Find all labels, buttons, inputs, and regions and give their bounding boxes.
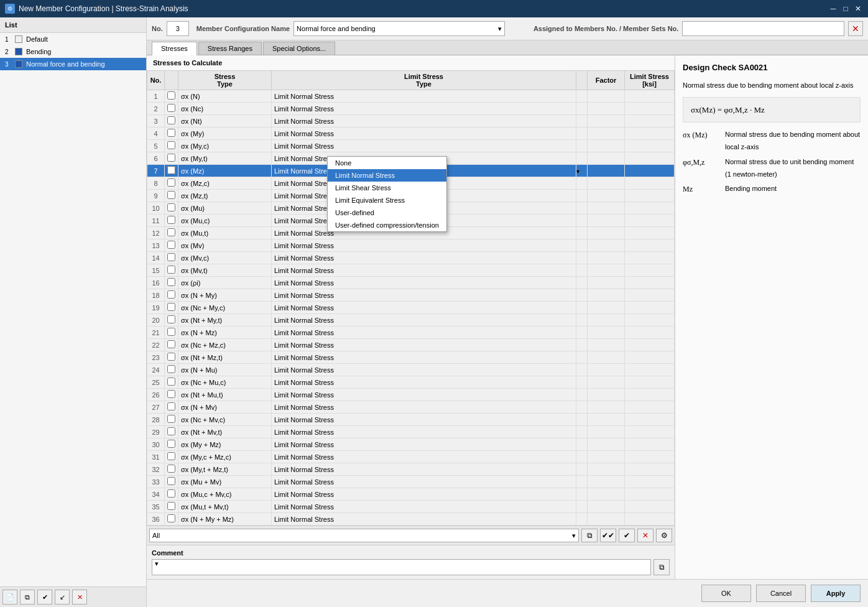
cancel-button[interactable]: Cancel <box>756 585 806 602</box>
dropdown-trigger-cell[interactable] <box>576 389 588 401</box>
dropdown-trigger-cell[interactable] <box>576 426 588 438</box>
dropdown-trigger-cell[interactable] <box>576 526 588 526</box>
row-checkbox[interactable] <box>167 178 175 187</box>
dropdown-trigger-cell[interactable] <box>576 414 588 426</box>
row-checkbox[interactable] <box>167 489 175 498</box>
row-checkbox-cell[interactable] <box>165 451 178 463</box>
dropdown-trigger-cell[interactable] <box>576 215 588 227</box>
dropdown-trigger-cell[interactable] <box>576 476 588 488</box>
row-checkbox[interactable] <box>167 440 175 448</box>
table-row[interactable]: 24 σx (N + Mu) Limit Normal Stress <box>147 364 675 376</box>
row-checkbox-cell[interactable] <box>165 389 178 401</box>
dropdown-trigger-cell[interactable] <box>576 277 588 289</box>
row-checkbox-cell[interactable] <box>165 103 178 115</box>
table-scroll[interactable]: No. StressType Limit StressType Factor L… <box>147 70 675 526</box>
dropdown-trigger-cell[interactable] <box>576 202 588 215</box>
row-checkbox-cell[interactable] <box>165 526 178 526</box>
row-checkbox[interactable] <box>167 365 175 373</box>
dropdown-trigger-cell[interactable] <box>576 501 588 513</box>
row-checkbox-cell[interactable] <box>165 327 178 339</box>
dropdown-trigger-cell[interactable] <box>576 264 588 277</box>
row-checkbox-cell[interactable] <box>165 215 178 227</box>
tab-stress-ranges[interactable]: Stress Ranges <box>198 42 262 55</box>
dropdown-trigger-cell[interactable] <box>576 438 588 451</box>
row-checkbox[interactable] <box>167 315 175 323</box>
table-row[interactable]: 37 σx (Nc + My,c + Mz,c) Limit Normal St… <box>147 526 675 526</box>
new-item-button[interactable]: 📄 <box>2 590 17 605</box>
import-item-button[interactable]: ↙ <box>55 590 70 605</box>
row-checkbox-cell[interactable] <box>165 177 178 190</box>
row-checkbox[interactable] <box>167 203 175 211</box>
row-checkbox-cell[interactable] <box>165 351 178 364</box>
table-row[interactable]: 25 σx (Nc + Mu,c) Limit Normal Stress <box>147 376 675 389</box>
table-row[interactable]: 14 σx (Mv,c) Limit Normal Stress <box>147 252 675 264</box>
row-checkbox-cell[interactable] <box>165 202 178 215</box>
dropdown-trigger-cell[interactable] <box>576 513 588 526</box>
row-checkbox-cell[interactable] <box>165 302 178 314</box>
close-button[interactable]: ✕ <box>853 4 863 14</box>
dropdown-trigger-cell[interactable] <box>576 376 588 389</box>
table-row[interactable]: 18 σx (N + My) Limit Normal Stress <box>147 289 675 302</box>
table-row[interactable]: 29 σx (Nt + Mv,t) Limit Normal Stress <box>147 426 675 438</box>
row-checkbox[interactable] <box>167 452 175 460</box>
table-row[interactable]: 34 σx (Mu,c + Mv,c) Limit Normal Stress <box>147 488 675 501</box>
dropdown-trigger-cell[interactable]: ▾ <box>576 165 588 177</box>
row-checkbox[interactable] <box>167 278 175 286</box>
row-checkbox-cell[interactable] <box>165 115 178 127</box>
check-button[interactable]: ✔ <box>619 529 635 542</box>
row-checkbox[interactable] <box>167 241 175 249</box>
dropdown-trigger-cell[interactable] <box>576 252 588 264</box>
row-checkbox-cell[interactable] <box>165 401 178 414</box>
check-all-button[interactable]: ✔✔ <box>600 529 616 542</box>
sidebar-item-3[interactable]: 3 Normal force and bending <box>0 58 146 70</box>
row-checkbox-cell[interactable] <box>165 414 178 426</box>
row-checkbox[interactable] <box>167 415 175 423</box>
table-row[interactable]: 1 σx (N) Limit Normal Stress <box>147 90 675 103</box>
row-checkbox[interactable] <box>167 427 175 435</box>
table-row[interactable]: 5 σx (My,c) Limit Normal Stress <box>147 140 675 152</box>
sidebar-item-1[interactable]: 1 Default <box>0 33 146 45</box>
row-checkbox-cell[interactable] <box>165 252 178 264</box>
bottom-all-select[interactable]: All ▾ <box>149 529 579 542</box>
dropdown-trigger-cell[interactable] <box>576 115 588 127</box>
table-row[interactable]: 23 σx (Nt + Mz,t) Limit Normal Stress <box>147 351 675 364</box>
delete-item-button[interactable]: ✕ <box>72 590 87 605</box>
table-row[interactable]: 21 σx (N + Mz) Limit Normal Stress <box>147 327 675 339</box>
row-checkbox[interactable] <box>167 154 175 162</box>
dropdown-option-0[interactable]: None <box>328 157 446 169</box>
dropdown-trigger-cell[interactable] <box>576 190 588 202</box>
table-row[interactable]: 19 σx (Nc + My,c) Limit Normal Stress <box>147 302 675 314</box>
table-row[interactable]: 4 σx (My) Limit Normal Stress <box>147 127 675 140</box>
table-row[interactable]: 22 σx (Nc + Mz,c) Limit Normal Stress <box>147 339 675 351</box>
row-checkbox[interactable] <box>167 465 175 473</box>
table-row[interactable]: 33 σx (Mu + Mv) Limit Normal Stress <box>147 476 675 488</box>
tab-stresses[interactable]: Stresses <box>152 42 197 55</box>
delete-rows-button[interactable]: ✕ <box>637 529 653 542</box>
row-checkbox-cell[interactable] <box>165 277 178 289</box>
dropdown-trigger-cell[interactable] <box>576 314 588 327</box>
copy-rows-button[interactable]: ⧉ <box>581 529 598 542</box>
comment-copy-button[interactable]: ⧉ <box>653 559 670 575</box>
dropdown-trigger-cell[interactable] <box>576 239 588 252</box>
dropdown-trigger-cell[interactable] <box>576 289 588 302</box>
row-checkbox-cell[interactable] <box>165 513 178 526</box>
row-checkbox-cell[interactable] <box>165 165 178 177</box>
table-row[interactable]: 28 σx (Nc + Mv,c) Limit Normal Stress <box>147 414 675 426</box>
row-checkbox[interactable] <box>167 390 175 398</box>
row-checkbox-cell[interactable] <box>165 152 178 165</box>
row-checkbox-cell[interactable] <box>165 488 178 501</box>
table-row[interactable]: 36 σx (N + My + Mz) Limit Normal Stress <box>147 513 675 526</box>
table-row[interactable]: 20 σx (Nt + My,t) Limit Normal Stress <box>147 314 675 327</box>
dropdown-trigger-cell[interactable] <box>576 351 588 364</box>
dropdown-option-3[interactable]: Limit Equivalent Stress <box>328 194 446 206</box>
table-row[interactable]: 2 σx (Nc) Limit Normal Stress <box>147 103 675 115</box>
row-checkbox-cell[interactable] <box>165 463 178 476</box>
row-checkbox[interactable] <box>167 129 175 137</box>
table-row[interactable]: 26 σx (Nt + Mu,t) Limit Normal Stress <box>147 389 675 401</box>
row-dropdown-btn[interactable]: ▾ <box>576 168 579 175</box>
row-checkbox[interactable] <box>167 378 175 386</box>
row-checkbox[interactable] <box>167 228 175 236</box>
dropdown-trigger-cell[interactable] <box>576 152 588 165</box>
dropdown-trigger-cell[interactable] <box>576 227 588 239</box>
table-row[interactable]: 30 σx (My + Mz) Limit Normal Stress <box>147 438 675 451</box>
